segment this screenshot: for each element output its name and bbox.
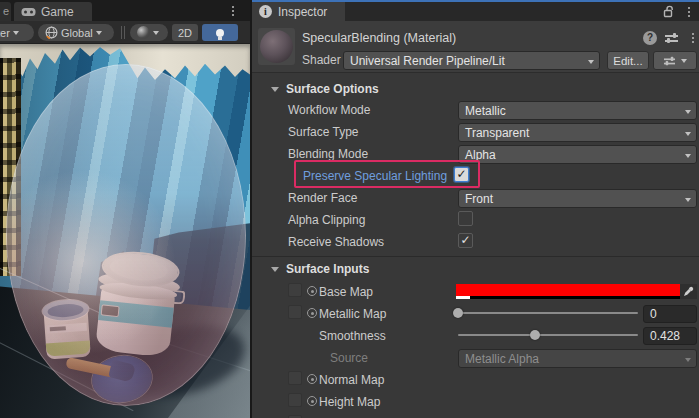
base-map-color-swatch[interactable] — [456, 284, 680, 299]
slider-track — [458, 312, 638, 314]
workflow-mode-value: Metallic — [465, 104, 506, 118]
toolbar-separator — [121, 26, 122, 39]
surface-type-label: Surface Type — [288, 125, 359, 139]
normal-map-texture-slot[interactable] — [288, 371, 302, 385]
chevron-down-icon — [681, 59, 687, 63]
texture-picker-icon[interactable] — [307, 374, 317, 384]
material-preview-sphere — [260, 30, 293, 63]
help-icon[interactable]: ? — [643, 31, 657, 45]
chevron-down-icon — [153, 31, 159, 35]
source-value: Metallic Alpha — [465, 352, 539, 366]
chevron-down-icon — [96, 31, 102, 35]
shader-dropdown[interactable]: Universal Render Pipeline/Lit — [343, 51, 600, 70]
inspector-tab-bar: i Inspector — [252, 2, 699, 21]
alpha-clipping-label: Alpha Clipping — [288, 213, 365, 227]
toolbar-separator — [124, 26, 125, 39]
2d-toggle-button[interactable]: 2D — [172, 24, 198, 41]
inspector-menu-icon[interactable] — [684, 5, 694, 19]
chevron-down-icon — [685, 132, 691, 136]
render-face-label: Render Face — [288, 191, 357, 205]
surface-inputs-title: Surface Inputs — [286, 262, 369, 276]
shader-dropdown-value: Universal Render Pipeline/Lit — [350, 54, 505, 68]
material-title: SpecularBlending (Material) — [302, 31, 456, 45]
edit-shader-label: Edit... — [613, 55, 642, 67]
render-face-value: Front — [465, 192, 493, 206]
game-viewport[interactable] — [0, 44, 250, 418]
edit-shader-button[interactable]: Edit... — [607, 51, 649, 70]
foldout-triangle-icon — [271, 87, 279, 92]
chevron-down-icon — [685, 110, 691, 114]
transparent-material-sphere — [6, 64, 246, 406]
inspector-tab[interactable]: i Inspector — [252, 2, 345, 21]
base-map-color-field[interactable] — [456, 284, 697, 299]
inspector-panel: i Inspector SpecularBlending (Material) … — [252, 0, 699, 418]
source-dropdown: Metallic Alpha — [458, 349, 697, 368]
inspector-tab-label: Inspector — [278, 5, 327, 19]
blending-mode-label: Blending Mode — [288, 147, 368, 161]
chevron-down-icon — [588, 60, 594, 64]
height-map-texture-slot[interactable] — [288, 393, 302, 407]
lightbulb-icon — [216, 29, 224, 37]
scene-lighting-toggle-button[interactable] — [202, 24, 238, 41]
global-space-button[interactable]: Global — [38, 24, 114, 41]
slider-thumb[interactable] — [453, 308, 463, 318]
partial-scene-tab[interactable]: e — [0, 2, 11, 21]
smoothness-value-field[interactable]: 0.428 — [643, 327, 697, 345]
smoothness-slider[interactable] — [458, 327, 638, 343]
section-divider — [252, 256, 699, 257]
render-face-dropdown[interactable]: Front — [458, 189, 697, 208]
normal-map-label: Normal Map — [319, 373, 384, 387]
chevron-down-icon — [685, 198, 691, 202]
surface-inputs-header[interactable]: Surface Inputs — [252, 261, 699, 279]
texture-picker-icon[interactable] — [307, 308, 317, 318]
base-map-texture-slot[interactable] — [288, 283, 302, 297]
material-menu-icon[interactable] — [688, 31, 698, 45]
presets-icon[interactable] — [665, 32, 678, 44]
surface-type-value: Transparent — [465, 126, 529, 140]
metallic-map-texture-slot[interactable] — [288, 305, 302, 319]
eyedropper-icon — [683, 286, 694, 297]
chevron-down-icon — [13, 31, 19, 35]
shader-presets-button[interactable] — [653, 51, 697, 70]
shaded-sphere-icon — [137, 26, 150, 39]
height-map-label: Height Map — [319, 395, 380, 409]
gamepad-icon — [21, 7, 36, 17]
eyedropper-button[interactable] — [680, 284, 697, 299]
shading-mode-button[interactable] — [130, 24, 168, 41]
preserve-specular-lighting-checkbox[interactable]: ✓ — [454, 167, 469, 182]
info-icon: i — [259, 5, 272, 18]
base-map-label: Base Map — [319, 285, 373, 299]
shader-label: Shader — [302, 53, 341, 67]
slider-track — [458, 334, 638, 336]
2d-toggle-label: 2D — [178, 27, 192, 39]
game-tab-bar: e Game — [0, 0, 250, 21]
texture-picker-icon[interactable] — [307, 286, 317, 296]
chevron-down-icon — [685, 154, 691, 158]
blending-mode-dropdown[interactable]: Alpha — [458, 145, 697, 164]
metallic-map-value-field[interactable]: 0 — [643, 305, 697, 323]
list-icon — [664, 55, 675, 65]
workflow-mode-dropdown[interactable]: Metallic — [458, 101, 697, 120]
scene-toolbar: ter Global 2D — [0, 21, 250, 44]
unlock-icon[interactable] — [663, 5, 675, 18]
pivot-mode-button[interactable]: ter — [0, 24, 34, 41]
alpha-clipping-checkbox[interactable] — [458, 211, 473, 226]
surface-options-header[interactable]: Surface Options — [252, 81, 699, 99]
texture-picker-icon[interactable] — [307, 396, 317, 406]
receive-shadows-checkbox[interactable]: ✓ — [458, 233, 473, 248]
foldout-triangle-icon — [271, 267, 279, 272]
surface-type-dropdown[interactable]: Transparent — [458, 123, 697, 142]
receive-shadows-label: Receive Shadows — [288, 235, 384, 249]
globe-icon — [45, 26, 58, 39]
material-header: SpecularBlending (Material) ? Shader Uni… — [252, 21, 699, 73]
game-tab[interactable]: Game — [14, 2, 92, 21]
slider-thumb[interactable] — [530, 330, 540, 340]
metallic-map-slider[interactable] — [458, 305, 638, 321]
workflow-mode-label: Workflow Mode — [288, 103, 370, 117]
game-panel-menu-icon[interactable] — [228, 4, 238, 18]
material-preview-thumbnail[interactable] — [258, 28, 295, 65]
metallic-map-label: Metallic Map — [319, 307, 386, 321]
global-space-label: Global — [61, 27, 93, 39]
game-tab-label: Game — [41, 5, 74, 19]
alpha-bar — [456, 296, 680, 299]
